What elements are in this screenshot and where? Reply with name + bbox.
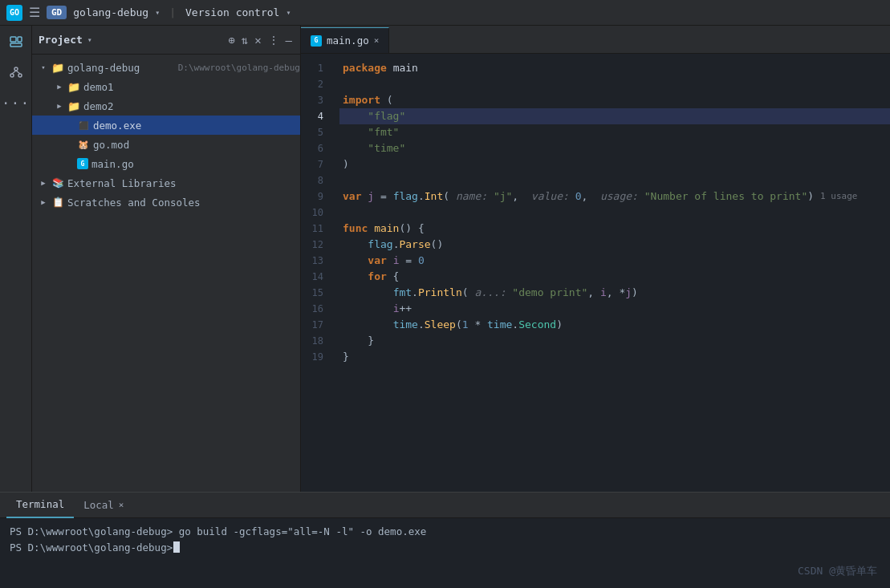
demo2-arrow: ▶	[55, 101, 64, 111]
vc-dropdown-icon[interactable]: ▾	[286, 8, 291, 17]
root-label: golang-debug	[67, 62, 172, 74]
tree-root[interactable]: ▾ 📁 golang-debug D:\wwwroot\golang-debug	[32, 58, 300, 77]
code-line-10	[339, 205, 890, 221]
watermark-text: CSDN @黄昏单车	[798, 565, 877, 577]
svg-rect-2	[18, 37, 22, 42]
ln-12: 12	[301, 237, 330, 253]
gomod-icon: 🐹	[77, 138, 90, 151]
new-file-icon[interactable]: ⊕	[226, 32, 236, 48]
project-dropdown-icon[interactable]: ▾	[155, 8, 160, 17]
sidebar-item-demo1[interactable]: ▶ 📁 demo1	[32, 77, 300, 96]
tab-label: main.go	[327, 34, 369, 47]
sidebar-item-extlibs[interactable]: ▶ 📚 External Libraries	[32, 173, 300, 193]
exe-icon: ⬛	[77, 119, 90, 132]
bottom-panel: Terminal Local × PS D:\wwwroot\golang-de…	[0, 492, 890, 588]
main-area: ··· Project ▾ ⊕ ⇅ ✕ ⋮ — ▾ 📁 golang-debug…	[0, 26, 890, 492]
ln-6: 6	[301, 140, 330, 156]
collapse-icon[interactable]: —	[284, 32, 294, 48]
demo2-label: demo2	[83, 100, 300, 112]
svg-point-3	[14, 67, 18, 71]
sidebar-item-demoexe[interactable]: ⬛ demo.exe	[32, 116, 300, 135]
ln-9: 9	[301, 189, 330, 205]
ln-1: 1	[301, 60, 330, 76]
code-line-18: }	[339, 333, 890, 349]
extlibs-icon: 📚	[51, 176, 64, 189]
code-editor[interactable]: 1 2 3 4 5 6 7 8 9 10 11 12 13 14 15 16 1…	[301, 54, 890, 492]
tab-maingo[interactable]: G main.go ×	[301, 27, 389, 53]
svg-line-7	[16, 71, 20, 74]
ln-11: 11	[301, 221, 330, 237]
code-content: package main import ( "flag" "fmt"	[339, 54, 890, 492]
code-line-3: import (	[339, 92, 890, 108]
code-line-12: flag.Parse()	[339, 237, 890, 253]
titlebar-sep: |	[169, 6, 176, 18]
sidebar-actions: ⊕ ⇅ ✕ ⋮ —	[226, 32, 294, 48]
ln-4: 4	[301, 108, 330, 124]
terminal-text-2: PS D:\wwwroot\golang-debug>	[10, 541, 173, 554]
ln-3: 3	[301, 92, 330, 108]
tab-go-icon: G	[311, 35, 322, 47]
root-path: D:\wwwroot\golang-debug	[178, 63, 300, 73]
sort-icon[interactable]: ⇅	[240, 32, 250, 48]
sidebar-item-gomod[interactable]: 🐹 go.mod	[32, 135, 300, 154]
editor-tabs: G main.go ×	[301, 26, 890, 54]
demo2-folder-icon: 📁	[67, 99, 80, 112]
code-line-8	[339, 172, 890, 189]
code-line-4: "flag"	[339, 108, 890, 124]
close-sidebar-icon[interactable]: ✕	[253, 32, 262, 48]
ln-17: 17	[301, 317, 330, 333]
maingo-icon: G	[77, 158, 88, 169]
root-folder-icon: 📁	[51, 61, 64, 74]
ln-18: 18	[301, 333, 330, 349]
structure-icon[interactable]	[3, 59, 29, 85]
local-tab-label: Local	[83, 499, 114, 511]
menu-icon[interactable]: ☰	[29, 5, 40, 20]
sidebar-item-scratches[interactable]: ▶ 📋 Scratches and Consoles	[32, 193, 300, 212]
ln-14: 14	[301, 269, 330, 285]
more-options-icon[interactable]: ⋮	[266, 32, 281, 48]
ln-8: 8	[301, 172, 330, 189]
tab-terminal[interactable]: Terminal	[6, 493, 74, 518]
code-line-11: ▶ func main() {	[339, 221, 890, 237]
demoexe-label: demo.exe	[93, 120, 300, 132]
sidebar-item-maingo[interactable]: G main.go	[32, 154, 300, 173]
code-line-1: package main	[339, 60, 890, 76]
app-logo: GO	[6, 5, 22, 21]
ln-13: 13	[301, 253, 330, 269]
terminal-line-1: PS D:\wwwroot\golang-debug> go build -gc…	[10, 523, 880, 539]
terminal-content[interactable]: PS D:\wwwroot\golang-debug> go build -gc…	[0, 518, 890, 588]
ln-10: 10	[301, 205, 330, 221]
editor-area: G main.go × 1 2 3 4 5 6 7 8 9 10 11 12 1…	[301, 26, 890, 492]
bottom-tabs: Terminal Local ×	[0, 493, 890, 518]
code-line-17: time.Sleep(1 * time.Second)	[339, 317, 890, 333]
code-line-5: "fmt"	[339, 124, 890, 140]
svg-line-6	[12, 71, 16, 74]
code-line-7: )	[339, 156, 890, 172]
ln-7: 7	[301, 156, 330, 172]
terminal-cursor	[173, 541, 180, 553]
tab-local[interactable]: Local ×	[74, 493, 133, 518]
local-tab-close[interactable]: ×	[119, 500, 124, 510]
extlibs-arrow: ▶	[39, 178, 48, 188]
sidebar-content: ▾ 📁 golang-debug D:\wwwroot\golang-debug…	[32, 55, 300, 492]
ln-15: 15	[301, 285, 330, 301]
project-icon[interactable]	[3, 29, 29, 55]
sidebar-item-demo2[interactable]: ▶ 📁 demo2	[32, 96, 300, 116]
sidebar-dropdown-icon[interactable]: ▾	[87, 35, 92, 44]
ln-16: 16	[301, 301, 330, 317]
project-badge: GD	[47, 6, 67, 19]
version-control-label[interactable]: Version control	[185, 6, 279, 18]
project-name[interactable]: golang-debug	[73, 6, 148, 18]
code-line-14: for {	[339, 269, 890, 285]
ln-2: 2	[301, 76, 330, 92]
titlebar: GO ☰ GD golang-debug ▾ | Version control…	[0, 0, 890, 26]
more-icon[interactable]: ···	[3, 90, 29, 116]
root-arrow: ▾	[39, 63, 48, 72]
code-line-16: i++	[339, 301, 890, 317]
code-line-6: "time"	[339, 140, 890, 156]
terminal-line-2: PS D:\wwwroot\golang-debug>	[10, 539, 880, 555]
code-line-15: fmt.Println( a...: "demo print", i, *j)	[339, 285, 890, 301]
tab-close-icon[interactable]: ×	[374, 35, 380, 46]
sidebar-title: Project	[39, 34, 83, 46]
code-line-9: var j = flag.Int( name: "j", value: 0, u…	[339, 189, 890, 205]
